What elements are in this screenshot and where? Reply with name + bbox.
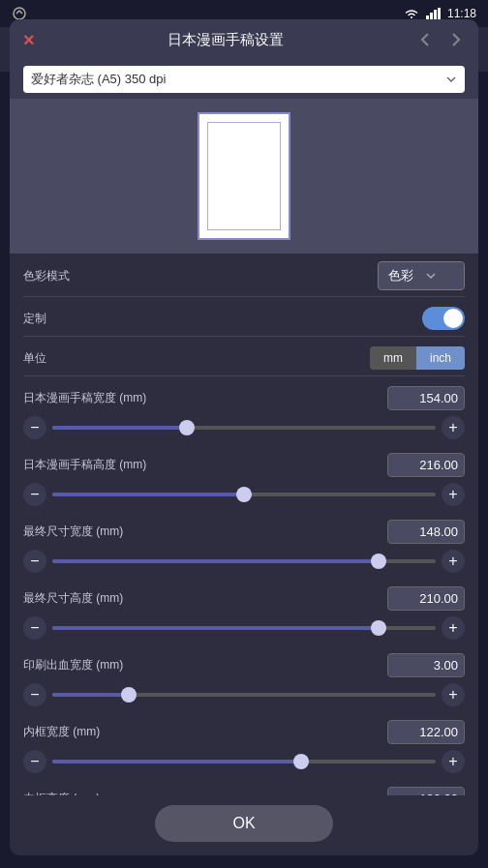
color-mode-dropdown[interactable]: 色彩: [378, 261, 465, 290]
ok-button[interactable]: OK: [155, 805, 332, 842]
svg-rect-3: [434, 10, 437, 19]
status-right: 11:18: [403, 7, 476, 20]
paper-inner: [198, 112, 290, 240]
preset-row: 爱好者杂志 (A5) 350 dpi: [10, 60, 478, 99]
unit-inch-button[interactable]: inch: [416, 346, 465, 370]
time-display: 11:18: [447, 7, 476, 20]
slider-track-1[interactable]: [52, 493, 436, 496]
unit-row: 单位 mm inch: [23, 339, 465, 374]
slider-track-2[interactable]: [52, 559, 436, 563]
slider-plus-0[interactable]: +: [442, 416, 465, 439]
slider-plus-3[interactable]: +: [442, 616, 465, 640]
signal-icon: [426, 8, 442, 19]
next-icon[interactable]: [445, 30, 465, 49]
slider-minus-5[interactable]: −: [23, 750, 46, 773]
field-label-6: 内框高度 (mm): [23, 791, 387, 795]
field-label-5: 内框宽度 (mm): [23, 724, 387, 740]
custom-row: 定制: [23, 299, 465, 334]
toggle-thumb: [443, 309, 463, 328]
field-input-3[interactable]: [387, 586, 465, 611]
unit-toggle: mm inch: [370, 346, 465, 370]
field-input-1[interactable]: [387, 453, 465, 477]
wifi-icon: [403, 8, 420, 19]
dropdown-arrow-icon: [445, 74, 457, 85]
settings-area: 色彩模式 色彩 定制 单位 mm inch: [10, 254, 478, 795]
header-nav-icons: [416, 30, 465, 49]
slider-plus-2[interactable]: +: [442, 550, 465, 573]
ok-btn-row: OK: [10, 795, 478, 855]
field-input-0[interactable]: [387, 386, 465, 410]
field-row-6: 内框高度 (mm): [23, 779, 465, 795]
close-button[interactable]: ×: [23, 30, 35, 49]
field-row-4: 印刷出血宽度 (mm): [23, 645, 465, 681]
custom-toggle[interactable]: [422, 307, 465, 330]
field-row-0: 日本漫画手稿宽度 (mm): [23, 378, 465, 414]
field-label-4: 印刷出血宽度 (mm): [23, 657, 387, 673]
slider-row-3: − +: [23, 614, 465, 645]
slider-row-0: − +: [23, 414, 465, 445]
divider-2: [23, 336, 465, 337]
slider-minus-1[interactable]: −: [23, 483, 46, 506]
slider-minus-3[interactable]: −: [23, 616, 46, 640]
unit-mm-button[interactable]: mm: [370, 346, 416, 370]
prev-icon[interactable]: [416, 30, 436, 49]
slider-plus-4[interactable]: +: [442, 683, 465, 706]
preset-dropdown[interactable]: 爱好者杂志 (A5) 350 dpi: [23, 66, 465, 93]
field-row-2: 最终尺寸宽度 (mm): [23, 512, 465, 548]
slider-track-3[interactable]: [52, 626, 436, 630]
field-input-6[interactable]: [387, 787, 465, 795]
slider-row-1: − +: [23, 481, 465, 512]
field-input-4[interactable]: [387, 653, 465, 677]
slider-plus-5[interactable]: +: [442, 750, 465, 773]
slider-track-5[interactable]: [52, 760, 436, 763]
slider-minus-0[interactable]: −: [23, 416, 46, 439]
slider-minus-2[interactable]: −: [23, 550, 46, 573]
field-label-3: 最终尺寸高度 (mm): [23, 590, 387, 607]
slider-plus-1[interactable]: +: [442, 483, 465, 506]
field-label-2: 最终尺寸宽度 (mm): [23, 524, 387, 540]
color-mode-row: 色彩模式 色彩: [23, 254, 465, 294]
field-input-2[interactable]: [387, 520, 465, 544]
paper-preview: [10, 99, 478, 254]
color-mode-label: 色彩模式: [23, 268, 378, 284]
color-mode-value: 色彩: [388, 267, 413, 284]
color-dropdown-arrow-icon: [425, 270, 437, 282]
slider-track-0[interactable]: [52, 426, 436, 430]
field-label-1: 日本漫画手稿高度 (mm): [23, 457, 387, 473]
settings-dialog: × 日本漫画手稿设置 爱好者杂志 (A5) 350 dpi 色彩模式: [10, 19, 478, 855]
slider-row-5: − +: [23, 748, 465, 779]
slider-row-2: − +: [23, 548, 465, 579]
slider-track-4[interactable]: [52, 693, 436, 697]
custom-label: 定制: [23, 311, 422, 327]
divider-3: [23, 375, 465, 376]
unit-label: 单位: [23, 350, 370, 367]
slider-minus-4[interactable]: −: [23, 683, 46, 706]
dialog-title: 日本漫画手稿设置: [168, 31, 284, 49]
field-row-3: 最终尺寸高度 (mm): [23, 579, 465, 614]
field-label-0: 日本漫画手稿宽度 (mm): [23, 390, 387, 406]
svg-point-0: [14, 8, 25, 19]
field-row-5: 内框宽度 (mm): [23, 712, 465, 748]
preset-value: 爱好者杂志 (A5) 350 dpi: [31, 71, 166, 88]
svg-rect-4: [438, 8, 441, 19]
divider-1: [23, 296, 465, 297]
slider-row-4: − +: [23, 681, 465, 712]
svg-rect-2: [430, 13, 433, 19]
field-input-5[interactable]: [387, 720, 465, 744]
dialog-header: × 日本漫画手稿设置: [10, 19, 478, 60]
field-row-1: 日本漫画手稿高度 (mm): [23, 445, 465, 481]
